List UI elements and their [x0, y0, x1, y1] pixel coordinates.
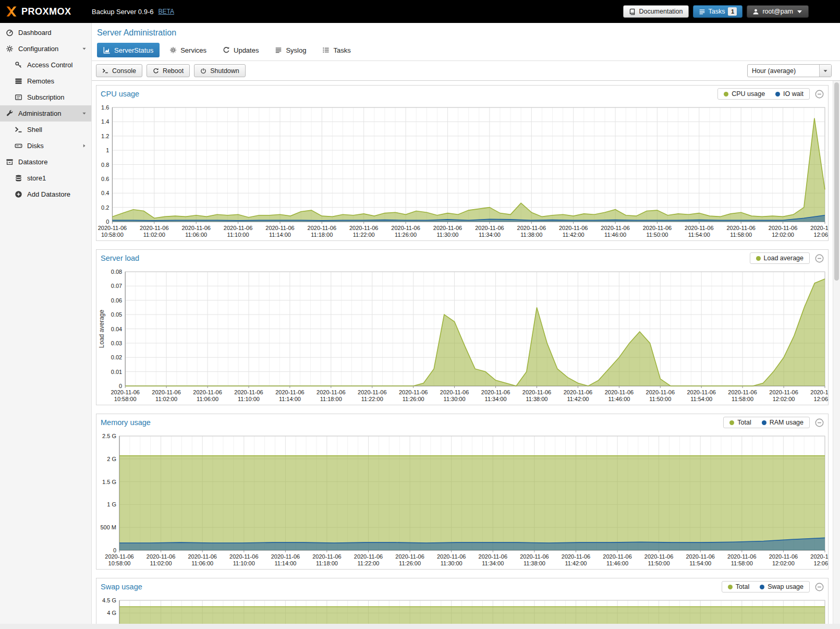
sidebar-item-label: Shell — [27, 126, 42, 134]
svg-text:1 G: 1 G — [107, 501, 116, 507]
proxmox-x-icon — [5, 5, 18, 18]
svg-text:11:46:00: 11:46:00 — [606, 560, 628, 566]
svg-text:2020-11-06: 2020-11-06 — [224, 225, 252, 231]
svg-text:0: 0 — [119, 383, 122, 389]
documentation-button[interactable]: Documentation — [623, 5, 688, 18]
sidebar-item-subscription[interactable]: Subscription — [0, 89, 91, 105]
svg-text:11:02:00: 11:02:00 — [143, 232, 165, 238]
svg-text:11:06:00: 11:06:00 — [185, 232, 207, 238]
panel-header: Memory usageTotalRAM usage — [96, 414, 828, 431]
timeframe-select[interactable]: Hour (average) — [747, 64, 832, 77]
sidebar-item-store1[interactable]: store1 — [0, 170, 91, 186]
svg-text:2020-11-06: 2020-11-06 — [433, 225, 462, 231]
sidebar-item-label: Add Datastore — [27, 190, 70, 198]
shutdown-button[interactable]: Shutdown — [194, 64, 246, 77]
sidebar-item-administration[interactable]: Administration — [0, 105, 91, 122]
tab-updates[interactable]: Updates — [216, 43, 265, 57]
plus-circle-icon — [15, 190, 22, 198]
sidebar-item-access-control[interactable]: Access Control — [0, 57, 91, 73]
svg-text:11:42:00: 11:42:00 — [565, 560, 587, 566]
tasks-button[interactable]: Tasks 1 — [693, 5, 743, 18]
svg-text:0: 0 — [106, 219, 109, 225]
svg-text:11:38:00: 11:38:00 — [526, 396, 547, 402]
svg-text:0: 0 — [113, 547, 116, 553]
header-actions: Documentation Tasks 1 root@pam — [623, 5, 809, 18]
tab-serverstatus[interactable]: ServerStatus — [97, 43, 160, 57]
svg-text:11:58:00: 11:58:00 — [730, 232, 752, 238]
top-header: PROXMOX Backup Server 0.9-6 BETA Documen… — [0, 0, 840, 23]
svg-text:2020-11-06: 2020-11-06 — [769, 553, 798, 560]
svg-text:2020-11-06: 2020-11-06 — [564, 389, 592, 395]
svg-text:11:22:00: 11:22:00 — [361, 396, 383, 402]
user-menu-button[interactable]: root@pam — [747, 5, 809, 18]
sidebar-item-datastore[interactable]: Datastore — [0, 154, 91, 170]
svg-text:2020-11-06: 2020-11-06 — [395, 553, 424, 560]
svg-text:2020-11-06: 2020-11-06 — [271, 553, 300, 560]
legend-item-swap-usage[interactable]: Swap usage — [760, 583, 804, 590]
reboot-button[interactable]: Reboot — [147, 64, 190, 77]
minus-circle-icon[interactable] — [815, 90, 824, 99]
svg-text:11:10:00: 11:10:00 — [233, 560, 255, 566]
legend-item-total[interactable]: Total — [729, 419, 751, 426]
chevron-down-icon — [823, 68, 828, 74]
shutdown-label: Shutdown — [210, 67, 239, 75]
chart-memory: 0500 M1 G1.5 G2 G2.5 G2020-11-0610:58:00… — [96, 431, 828, 569]
svg-text:12:06:00: 12:06:00 — [814, 560, 828, 566]
svg-text:4.5 G: 4.5 G — [102, 597, 116, 603]
chart-legend: CPU usageIO wait — [717, 88, 810, 100]
caret-right-icon — [81, 143, 87, 149]
minus-circle-icon[interactable] — [815, 254, 824, 263]
sidebar-item-configuration[interactable]: Configuration — [0, 41, 91, 57]
sidebar-item-label: Datastore — [18, 158, 47, 166]
beta-link[interactable]: BETA — [159, 8, 174, 15]
sidebar-item-dashboard[interactable]: Dashboard — [0, 25, 91, 41]
svg-text:10:58:00: 10:58:00 — [114, 396, 137, 402]
svg-text:2020-11-06: 2020-11-06 — [354, 553, 383, 560]
tab-tasks[interactable]: Tasks — [316, 43, 357, 57]
legend-dot — [775, 92, 780, 96]
svg-text:2020-11-06: 2020-11-06 — [769, 389, 798, 395]
legend-item-io-wait[interactable]: IO wait — [775, 90, 804, 98]
svg-text:11:26:00: 11:26:00 — [403, 396, 424, 402]
console-button[interactable]: Console — [96, 64, 142, 77]
legend-item-ram-usage[interactable]: RAM usage — [762, 419, 804, 426]
tab-services[interactable]: Services — [163, 43, 213, 57]
combo-trigger-button[interactable] — [819, 65, 831, 77]
tab-syslog[interactable]: Syslog — [269, 43, 312, 57]
panel-title: Swap usage — [101, 583, 142, 591]
svg-text:2020-11-06: 2020-11-06 — [520, 553, 549, 560]
svg-text:4 G: 4 G — [107, 610, 116, 616]
tab-label: Services — [180, 46, 206, 54]
panel-header: Server loadLoad average — [96, 250, 828, 267]
sidebar-item-shell[interactable]: Shell — [0, 122, 91, 138]
reboot-label: Reboot — [163, 67, 184, 75]
svg-text:11:46:00: 11:46:00 — [604, 232, 626, 238]
scrollbar-thumb[interactable] — [834, 82, 839, 281]
minus-circle-icon[interactable] — [815, 418, 824, 427]
legend-item-cpu-usage[interactable]: CPU usage — [724, 90, 765, 98]
legend-label: IO wait — [783, 90, 804, 98]
sidebar-item-disks[interactable]: Disks — [0, 138, 91, 154]
svg-text:1: 1 — [106, 147, 109, 153]
svg-text:10:58:00: 10:58:00 — [101, 232, 124, 238]
svg-text:2020-11-06: 2020-11-06 — [312, 553, 341, 560]
toolbar: Console Reboot Shutdown Hour (average) — [92, 61, 840, 81]
horizontal-scrollbar[interactable] — [0, 624, 840, 629]
legend-item-total[interactable]: Total — [728, 583, 749, 590]
sidebar-item-remotes[interactable]: Remotes — [0, 73, 91, 89]
power-icon — [200, 68, 206, 74]
svg-text:2020-11-06: 2020-11-06 — [728, 389, 757, 395]
sidebar-item-label: Configuration — [18, 45, 58, 53]
legend-item-load-average[interactable]: Load average — [756, 255, 804, 262]
svg-text:2020-11-06: 2020-11-06 — [229, 553, 258, 560]
svg-text:2020-11-06: 2020-11-06 — [522, 389, 551, 395]
console-label: Console — [112, 67, 136, 75]
panel-header: Swap usageTotalSwap usage — [96, 578, 828, 595]
chart-icon — [103, 46, 111, 54]
vertical-scrollbar[interactable] — [833, 81, 840, 629]
minus-circle-icon[interactable] — [815, 583, 824, 591]
sidebar-item-add-datastore[interactable]: Add Datastore — [0, 186, 91, 202]
svg-text:11:38:00: 11:38:00 — [520, 232, 542, 238]
svg-text:11:02:00: 11:02:00 — [155, 396, 177, 402]
key-icon — [15, 61, 22, 69]
